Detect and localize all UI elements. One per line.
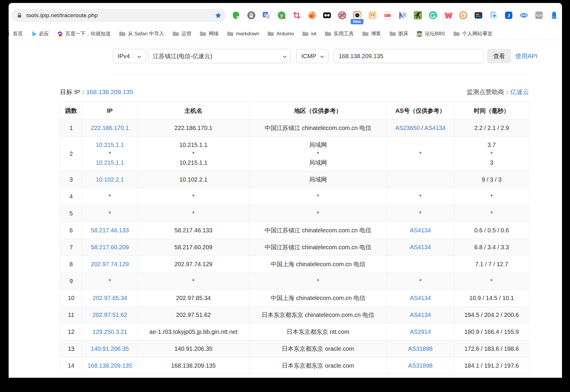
cell-line: 6 (62, 226, 80, 235)
bookmark-folder-network[interactable]: 网络 (200, 30, 219, 37)
ip-link[interactable]: 10.215.1.1 (96, 142, 124, 148)
cell-line: * (456, 149, 527, 158)
ip-link[interactable]: 202.97.74.129 (91, 261, 129, 267)
ip-link[interactable]: 129.250.3.21 (93, 328, 127, 335)
orange-swirl-icon[interactable] (308, 11, 316, 20)
cell-line: 129.250.3.21 (84, 327, 136, 336)
asn-link[interactable]: AS31898 (408, 345, 433, 352)
ip-link[interactable]: 222.186.170.1 (91, 125, 129, 131)
ip-link[interactable]: 58.217.60.209 (91, 244, 129, 250)
cell-hop: 1 (60, 120, 82, 137)
submit-button[interactable]: 查看 (487, 49, 511, 63)
bookmark-forum-bbs[interactable]: 论坛BBS (417, 30, 445, 37)
bookmark-folder-tools[interactable]: 实用工具 (324, 30, 354, 37)
asn-link[interactable]: AS31898 (408, 362, 433, 369)
blue-drop-icon[interactable] (550, 11, 558, 20)
asn-link[interactable]: AS4134 (410, 295, 431, 301)
cell-line: * (456, 209, 527, 218)
asn-link[interactable]: AS4134 (424, 125, 445, 131)
page-export-icon[interactable] (489, 11, 498, 20)
address-bar[interactable]: tools.ipip.net/traceroute.php (11, 9, 226, 22)
ip-link[interactable]: 58.217.46.133 (91, 227, 129, 234)
cell-line: 日本东京都东京 oracle.com (251, 361, 385, 370)
code-icon[interactable]: </> (535, 11, 543, 20)
cell-region: * (249, 188, 387, 205)
protocol-value: ICMP (301, 53, 316, 60)
joplin-icon[interactable]: J (504, 11, 513, 20)
cell-line: ae-1.r03.tokyjp05.jp.bb.gin.ntt.net (140, 327, 247, 336)
bookmark-folder-iot[interactable]: iot (302, 31, 316, 37)
cell-region: 中国上海 chinatelecom.com.cn 电信 (249, 290, 387, 307)
bookmark-folder-operations[interactable]: 运营 (172, 30, 191, 37)
ip-version-select[interactable]: IPv4 (113, 49, 145, 63)
cell-line: 7 (62, 243, 80, 252)
cell-time: 172.6 / 183.6 / 198.6 (454, 340, 529, 357)
ip-link[interactable]: 10.215.1.1 (96, 159, 124, 166)
asn-link[interactable]: AS2914 (410, 328, 431, 335)
bookmark-folder-safari-import[interactable]: 从 Safari 中导入 (119, 30, 164, 37)
cell-host: ae-1.r03.tokyjp05.jp.bb.gin.ntt.net (138, 323, 249, 340)
cell-hop: 3 (60, 171, 82, 188)
bookmark-folder-markdown[interactable]: markdown (227, 31, 259, 37)
bookmark-folder-personal-site[interactable]: 个人网站事宜 (453, 30, 493, 37)
asn-link[interactable]: AS4134 (410, 227, 431, 234)
hamster-icon[interactable] (368, 11, 377, 20)
clipboard-icon[interactable] (247, 11, 256, 20)
asn-link[interactable]: AS4134 (410, 312, 431, 318)
ip-link[interactable]: 10.102.2.1 (96, 176, 124, 183)
translate-icon[interactable]: G文 (262, 11, 271, 20)
letter-m-icon[interactable] (398, 11, 407, 20)
cell-host: 140.91.206.35 (138, 340, 249, 357)
climber-icon[interactable] (414, 11, 422, 20)
cell-host: 10.102.2.1 (138, 171, 249, 188)
page-content: IPv4 江苏镇江(电信-亿速云) ICMP 查看 使用API 目标 (9, 40, 562, 377)
baidu-paw-icon (57, 31, 63, 37)
cell-region: 日本东京都东京 oracle.com (249, 357, 387, 374)
bookmark-folder-arduino[interactable]: Arduino (267, 31, 294, 37)
cell-line: * (140, 277, 247, 285)
ip-link[interactable]: 202.97.51.62 (93, 312, 127, 318)
cell-line: 140.91.206.35 (140, 344, 247, 353)
crop-icon[interactable] (292, 11, 301, 20)
flash-blocker-icon[interactable] (338, 11, 346, 20)
bookmark-star-icon[interactable] (215, 12, 222, 19)
cell-line: 10.215.1.1 (84, 140, 136, 149)
svg-text:文: 文 (267, 15, 270, 18)
asn-link[interactable]: AS4134 (410, 244, 431, 250)
bookmark-baidu[interactable]: 百度一下，你就知道 (57, 30, 111, 37)
cell-time: 2.2 / 2.1 / 2.9 (454, 120, 529, 137)
bookmark-home[interactable]: 首页 (9, 30, 23, 37)
cell-as: AS31898 (387, 340, 454, 357)
bookmark-bing[interactable]: 必应 (31, 30, 49, 37)
ip-link[interactable]: 202.97.85.34 (93, 295, 127, 301)
protocol-select[interactable]: ICMP (296, 49, 328, 63)
grammarly-icon[interactable] (429, 11, 437, 20)
cell-line: AS4134 (389, 226, 452, 235)
bookmark-folder-image-host[interactable]: 图床 (389, 30, 408, 37)
header-hop: 跳数 (60, 102, 82, 120)
camera-icon[interactable]: New (353, 11, 362, 20)
folder-icon (389, 31, 396, 36)
cell-line: * (84, 209, 136, 218)
eye-icon[interactable] (520, 11, 528, 20)
asn-link[interactable]: AS23650 (395, 125, 419, 131)
evernote-icon[interactable] (232, 11, 240, 20)
terminal-icon[interactable] (474, 11, 483, 20)
cell-region: 局域网*局域网 (249, 137, 387, 171)
ip-link[interactable]: 168.138.209.135 (88, 362, 132, 369)
letter-w-icon[interactable] (444, 11, 452, 20)
bookmark-folder-blog[interactable]: 博客 (362, 30, 381, 37)
chevron-down-icon (137, 53, 141, 60)
black-dots-icon[interactable] (323, 11, 331, 20)
ip-link[interactable]: 140.91.206.35 (91, 345, 129, 352)
target-ip-link[interactable]: 168.138.209.135 (86, 88, 133, 95)
cell-line: 中国江苏镇江 chinatelecom.com.cn 电信 (251, 226, 385, 235)
pdf-js-icon[interactable]: PDF JS (383, 11, 392, 20)
node-select[interactable]: 江苏镇江(电信-亿速云) (148, 49, 291, 63)
green-y-icon[interactable]: y (277, 11, 286, 20)
sponsor-link[interactable]: 亿速云 (510, 88, 529, 95)
letter-b-ring-icon[interactable]: b (459, 11, 468, 20)
url-text[interactable]: tools.ipip.net/traceroute.php (26, 12, 215, 19)
api-link[interactable]: 使用API (515, 52, 538, 60)
target-ip-input[interactable] (334, 49, 484, 63)
